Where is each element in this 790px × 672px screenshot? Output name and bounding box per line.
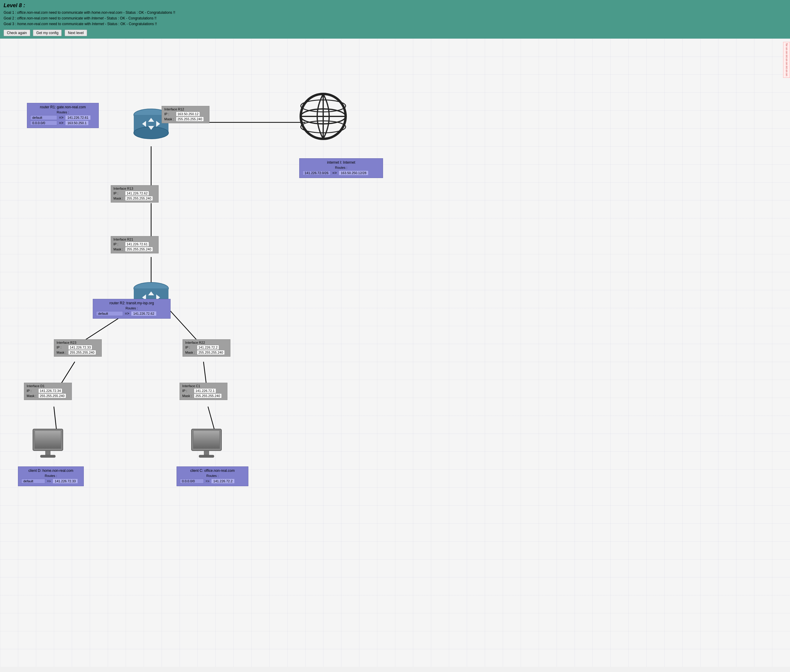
network-canvas: router R1: gate.non-real.com Routes : de…: [0, 38, 790, 667]
svg-rect-36: [204, 451, 209, 455]
header: Level 8 : Goal 1 : office.non-real.com n…: [0, 0, 790, 38]
svg-rect-35: [194, 430, 220, 448]
iface-r21-ip-row: IP : 141.226.72.61: [114, 242, 156, 246]
router-r1-title: router R1: gate.non-real.com: [30, 105, 96, 109]
side-panel: for on on int on on int on on: [783, 42, 790, 78]
iface-c1-mask-row: Mask : 255.255.255.240: [182, 394, 225, 398]
iface-d1-ip-row: IP : 141.226.72.34: [27, 388, 69, 393]
iface-r21-mask-row: Mask : 255.255.255.240: [114, 247, 156, 252]
router-r1-route-1: 0.0.0.0/0 => 163.50.250.1: [30, 121, 96, 125]
internet-title: internet I: Internet: [302, 160, 380, 165]
iface-r12: Interface R12 IP : 163.50.250.12 Mask : …: [162, 106, 209, 123]
iface-d1-mask-row: Mask : 255.255.255.240: [27, 394, 69, 398]
client-c-routes: client C: office.non-real.com Routes : 0…: [177, 466, 248, 486]
header-buttons: Check again Get my config Next level: [3, 30, 787, 36]
iface-r22-ip-row: IP : 141.226.72.2: [185, 345, 228, 350]
router-r2-route-0: default => 141.226.72.62: [96, 311, 167, 316]
goal-3: Goal 3 : home.non-real.com need to commu…: [3, 21, 787, 27]
svg-rect-32: [45, 451, 50, 455]
iface-r13-ip-row: IP : 141.226.72.62: [114, 191, 156, 196]
router-r2-routes: router R2: transit.my-isp.org Routes : d…: [93, 299, 171, 318]
check-again-button[interactable]: Check again: [3, 30, 30, 36]
iface-c1: Interface C1 IP : 141.226.72.1 Mask : 25…: [179, 383, 227, 400]
iface-r12-mask-row: Mask : 255.255.255.240: [164, 117, 207, 122]
level-title: Level 8 :: [3, 2, 787, 9]
next-level-button[interactable]: Next level: [65, 30, 87, 36]
svg-rect-33: [40, 455, 55, 458]
iface-r12-ip-row: IP : 163.50.250.12: [164, 112, 207, 117]
client-d-routes: client D: home.non-real.com Routes : def…: [18, 466, 84, 486]
internet-globe: [296, 90, 350, 144]
router-r1-routes: router R1: gate.non-real.com Routes : de…: [27, 103, 99, 128]
internet-routes-label: Routes :: [302, 166, 380, 170]
goals: Goal 1 : office.non-real.com need to com…: [3, 10, 787, 27]
goal-2: Goal 2 : office.non-real.com need to com…: [3, 16, 787, 21]
get-config-button[interactable]: Get my config: [33, 30, 62, 36]
iface-r23-mask-row: Mask : 255.255.255.240: [56, 350, 99, 355]
iface-c1-ip-row: IP : 141.226.72.1: [182, 388, 225, 393]
iface-r22-mask-row: Mask : 255.255.255.240: [185, 350, 228, 355]
router-r2-routes-label: Routes :: [96, 306, 167, 310]
iface-r22: Interface R22 IP : 141.226.72.2 Mask : 2…: [182, 339, 230, 357]
client-c-title: client C: office.non-real.com: [180, 469, 245, 473]
router-r1-route-0: default => 141.226.72.61: [30, 115, 96, 120]
iface-d1: Interface D1 IP : 141.226.72.34 Mask : 2…: [24, 383, 72, 400]
router-r1-routes-label: Routes :: [30, 110, 96, 114]
iface-r23: Interface R23 IP : 141.226.72.33 Mask : …: [54, 339, 102, 357]
svg-rect-31: [35, 430, 61, 448]
connection-lines: [0, 38, 790, 667]
goal-1: Goal 1 : office.non-real.com need to com…: [3, 10, 787, 16]
iface-r23-ip-row: IP : 141.226.72.33: [56, 345, 99, 350]
computer-d: [30, 427, 66, 458]
internet-route-0: 141.226.72.0/26 => 163.50.250.12/28: [302, 171, 380, 175]
client-d-route-0: default => 141.226.72.33: [21, 479, 80, 483]
svg-line-8: [203, 362, 206, 386]
svg-line-6: [60, 362, 75, 386]
iface-r13: Interface R13 IP : 141.226.72.62 Mask : …: [111, 185, 158, 203]
router-r2-title: router R2: transit.my-isp.org: [96, 301, 167, 305]
client-d-title: client D: home.non-real.com: [21, 469, 80, 473]
computer-c: [189, 427, 224, 458]
client-c-route-0: 0.0.0.0/0 => 141.226.72.2: [180, 479, 245, 483]
internet-routes: internet I: Internet Routes : 141.226.72…: [299, 158, 383, 178]
iface-r21: Interface R21 IP : 141.226.72.61 Mask : …: [111, 236, 158, 253]
iface-r13-mask-row: Mask : 255.255.255.240: [114, 196, 156, 201]
svg-rect-37: [199, 455, 214, 458]
svg-line-5: [168, 308, 197, 341]
